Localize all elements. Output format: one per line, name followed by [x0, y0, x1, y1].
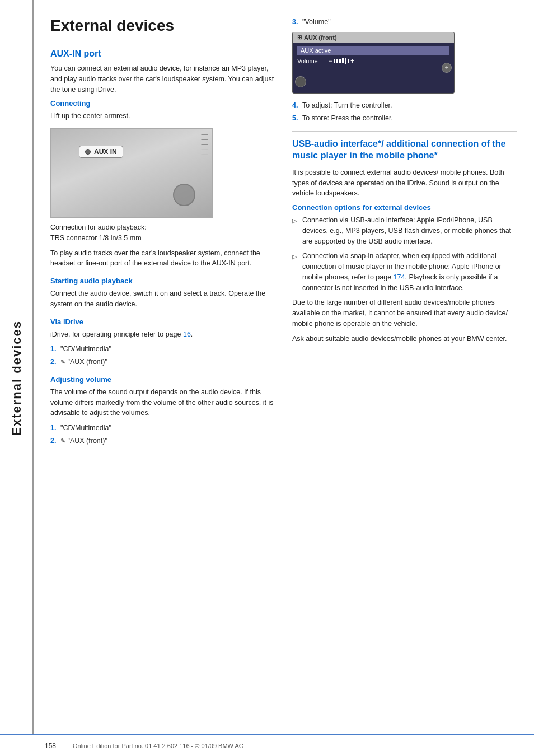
connecting-text: Lift up the center armrest. [50, 111, 275, 122]
bullet-1: ▷ Connection via USB-audio interface: Ap… [292, 215, 517, 246]
step4-text: To adjust: Turn the controller. [302, 100, 392, 111]
screen-volume-bar: − + [329, 57, 354, 65]
volume-step3: 3. "Volume" [292, 17, 517, 27]
adj-step-2: 2. ✎ "AUX (front)" [50, 436, 275, 446]
bullet-2: ▷ Connection via snap-in adapter, when e… [292, 251, 517, 293]
vol-tick [342, 58, 344, 63]
adj-step2-num: 2. [50, 436, 58, 446]
usb-heading: USB-audio interface*/ additional connect… [292, 138, 517, 162]
adjusting-text: The volume of the sound output depends o… [50, 387, 275, 418]
divider [292, 131, 517, 132]
adj-step2-text: ✎ "AUX (front)" [60, 436, 107, 446]
vol-ticks [334, 58, 349, 64]
connection-label1: Connection for audio playback:TRS connec… [50, 222, 275, 244]
usb-section: USB-audio interface*/ additional connect… [292, 138, 517, 344]
vol-tick [334, 59, 335, 63]
footer-page-number: 158 [45, 742, 62, 750]
bullet2-text: Connection via snap-in adapter, when equ… [302, 251, 517, 293]
aux-section: AUX-IN port You can connect an external … [50, 49, 275, 269]
screen-left-btn [295, 76, 306, 87]
aux-label-text: AUX IN [94, 148, 117, 156]
aux-image: AUX IN ▏▏▏▏▏ [50, 128, 213, 218]
screen-body: AUX active Volume − [293, 43, 454, 93]
screen-top-text: AUX (front) [304, 34, 337, 41]
aux-label-box: AUX IN [79, 146, 123, 158]
vol-tick [339, 59, 341, 63]
aux-image-inner: AUX IN ▏▏▏▏▏ [51, 129, 212, 217]
main-content: External devices AUX-IN port You can con… [34, 0, 534, 756]
vol-tick [336, 59, 338, 63]
step4-num: 4. [292, 100, 300, 111]
usb-intro: It is possible to connect external audio… [292, 167, 517, 199]
step-4: 4. To adjust: Turn the controller. [292, 100, 517, 111]
page-container: External devices External devices AUX-IN… [0, 0, 534, 756]
starting-text: Connect the audio device, switch it on a… [50, 288, 275, 310]
step-5: 5. To store: Press the controller. [292, 113, 517, 124]
via-idrive-text: iDrive, for operating principle refer to… [50, 329, 275, 340]
step5-text: To store: Press the controller. [302, 113, 393, 124]
adjusting-heading: Adjusting volume [50, 375, 275, 384]
screen-aux-active: AUX active [297, 46, 449, 55]
connection-body: To play audio tracks over the car's loud… [50, 248, 275, 269]
via-idrive-heading: Via iDrive [50, 318, 275, 326]
step-1: 1. "CD/Multimedia" [50, 344, 275, 354]
vol-plus: + [350, 57, 354, 65]
aux-circle [85, 149, 91, 155]
bullet1-arrow: ▷ [292, 216, 299, 246]
step1-text: "CD/Multimedia" [60, 344, 111, 354]
right-column: 3. "Volume" ⊞ AUX (front) AUX active Vo [292, 17, 517, 739]
closing-text-2: Ask about suitable audio devices/mobile … [292, 334, 517, 344]
step1-num: 1. [50, 344, 58, 354]
bullet2-link: 174 [394, 273, 405, 281]
aux-heading: AUX-IN port [50, 49, 275, 59]
screen-top-bar: ⊞ AUX (front) [293, 32, 454, 43]
step2-num: 2. [50, 357, 58, 367]
vol-minus: − [329, 57, 332, 65]
vol-tick [345, 58, 346, 64]
step-2: 2. ✎ "AUX (front)" [50, 357, 275, 367]
bullet2-arrow: ▷ [292, 252, 299, 293]
left-column: External devices AUX-IN port You can con… [50, 17, 275, 739]
step2-icon: ✎ [60, 358, 65, 365]
adj-step1-num: 1. [50, 423, 58, 433]
vol-step3-num: 3. [292, 17, 300, 27]
closing-text-1: Due to the large number of different aud… [292, 297, 517, 329]
screen-inner: ⊞ AUX (front) AUX active Volume − [293, 32, 454, 93]
aux-intro: You can connect an external audio device… [50, 63, 275, 95]
volume-section: 3. "Volume" ⊞ AUX (front) AUX active Vo [292, 17, 517, 123]
footer-text: Online Edition for Part no. 01 41 2 602 … [73, 743, 243, 749]
screen-image: ⊞ AUX (front) AUX active Volume − [292, 32, 455, 94]
starting-heading: Starting audio playback [50, 277, 275, 285]
sidebar-label: External devices [10, 320, 24, 436]
vol-tick [348, 59, 349, 63]
bullet1-text: Connection via USB-audio interface: Appl… [302, 215, 517, 246]
adjusting-section: Adjusting volume The volume of the sound… [50, 375, 275, 446]
footer: 158 Online Edition for Part no. 01 41 2 … [0, 734, 534, 756]
page-title: External devices [50, 17, 275, 38]
adj-step1-text: "CD/Multimedia" [60, 423, 111, 433]
adj-step-1: 1. "CD/Multimedia" [50, 423, 275, 433]
adj-step2-icon: ✎ [60, 437, 65, 444]
sidebar: External devices [0, 0, 34, 756]
connecting-heading: Connecting [50, 99, 275, 108]
via-idrive-section: Via iDrive iDrive, for operating princip… [50, 318, 275, 367]
screen-volume-label: Volume [297, 58, 325, 64]
screen-volume-row: Volume − [297, 57, 449, 65]
screen-right-btn: + [442, 63, 452, 73]
starting-section: Starting audio playback Connect the audi… [50, 277, 275, 310]
step2-text: ✎ "AUX (front)" [60, 357, 107, 367]
screen-top-icon: ⊞ [297, 34, 302, 40]
conn-options-heading: Connection options for external devices [292, 203, 517, 212]
step5-num: 5. [292, 113, 300, 124]
vol-step3-text: "Volume" [302, 17, 331, 27]
